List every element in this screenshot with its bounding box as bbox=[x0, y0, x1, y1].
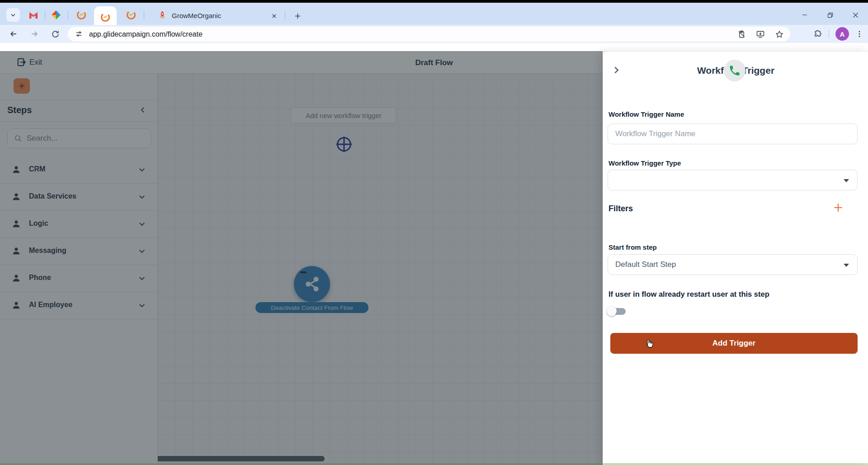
minimize-button[interactable] bbox=[792, 5, 817, 24]
tab-separator bbox=[285, 11, 285, 19]
tab-separator bbox=[144, 11, 144, 19]
tab-close-button[interactable] bbox=[269, 10, 279, 21]
url-text[interactable]: app.glidecampaign.com/flow/create bbox=[89, 30, 203, 38]
start-step-select[interactable]: Default Start Step bbox=[608, 254, 858, 275]
back-button[interactable] bbox=[6, 27, 21, 41]
back-arrow-icon bbox=[9, 29, 18, 38]
glidecampaign-favicon[interactable] bbox=[76, 9, 87, 20]
install-app-icon[interactable] bbox=[756, 30, 765, 39]
browser-toolbar: app.glidecampaign.com/flow/create A bbox=[0, 25, 868, 43]
add-filter-button[interactable] bbox=[832, 202, 844, 215]
trigger-type-select[interactable] bbox=[608, 170, 858, 190]
new-tab-button[interactable] bbox=[291, 9, 304, 22]
trigger-type-label: Workflow Trigger Type bbox=[609, 159, 681, 167]
forward-button[interactable] bbox=[27, 27, 42, 41]
modal-backdrop[interactable] bbox=[0, 51, 603, 465]
menu-kebab-icon[interactable] bbox=[855, 30, 863, 38]
toolbar-separator bbox=[829, 29, 829, 38]
toolbar-right: A bbox=[813, 27, 863, 41]
reload-icon bbox=[51, 30, 60, 38]
forward-arrow-icon bbox=[30, 29, 39, 38]
window-controls bbox=[792, 5, 868, 24]
profile-avatar[interactable]: A bbox=[835, 27, 849, 41]
close-icon bbox=[271, 13, 277, 19]
browser-tabstrip: GrowMeOrganic bbox=[0, 3, 868, 25]
gmail-favicon[interactable] bbox=[28, 9, 39, 20]
bookmark-star-icon[interactable] bbox=[775, 30, 784, 39]
rocket-icon bbox=[157, 10, 167, 20]
select-caret-icon bbox=[844, 264, 849, 267]
filters-label: Filters bbox=[609, 204, 633, 213]
tab-separator bbox=[68, 11, 68, 19]
phone-icon bbox=[728, 64, 741, 77]
restore-button[interactable] bbox=[817, 5, 843, 24]
plus-icon bbox=[832, 202, 844, 214]
active-pinned-tab[interactable] bbox=[94, 6, 117, 28]
extensions-puzzle-icon[interactable] bbox=[813, 29, 822, 38]
select-caret-icon bbox=[844, 179, 849, 182]
reload-button[interactable] bbox=[48, 27, 62, 41]
window-edge bbox=[0, 0, 868, 3]
tab-title: GrowMeOrganic bbox=[172, 12, 221, 19]
phone-badge bbox=[724, 60, 745, 81]
start-step-value: Default Start Step bbox=[615, 260, 676, 269]
screen: GrowMeOrganic app.glidecampa bbox=[0, 0, 868, 465]
omnibox-actions bbox=[737, 27, 784, 42]
mouse-cursor-pointer bbox=[644, 338, 656, 351]
restart-toggle-label: If user in flow already restart user at … bbox=[609, 290, 769, 299]
restart-toggle[interactable] bbox=[607, 305, 627, 318]
trigger-name-label: Workflow Trigger Name bbox=[609, 110, 684, 118]
filters-section: Filters bbox=[609, 201, 858, 216]
trigger-name-input[interactable] bbox=[608, 123, 858, 144]
start-from-step-label: Start from step bbox=[609, 243, 657, 251]
close-window-button[interactable] bbox=[843, 5, 868, 24]
toggle-thumb bbox=[607, 306, 617, 316]
address-bar[interactable]: app.glidecampaign.com/flow/create bbox=[68, 27, 790, 42]
clipboard-blocked-icon[interactable] bbox=[737, 30, 746, 38]
workflow-trigger-panel: Workflow Trigger Workflow Trigger Name W… bbox=[603, 51, 868, 463]
tab-growmeorganic[interactable]: GrowMeOrganic bbox=[146, 6, 281, 24]
site-info-icon[interactable] bbox=[75, 30, 83, 38]
chevron-down-icon bbox=[10, 12, 16, 18]
glidecampaign-favicon[interactable] bbox=[126, 9, 137, 20]
plus-icon bbox=[294, 12, 302, 20]
glidecampaign-favicon bbox=[100, 12, 111, 23]
tab-separator bbox=[45, 11, 45, 19]
tab-search-button[interactable] bbox=[6, 8, 20, 22]
diamond-favicon[interactable] bbox=[51, 9, 61, 20]
